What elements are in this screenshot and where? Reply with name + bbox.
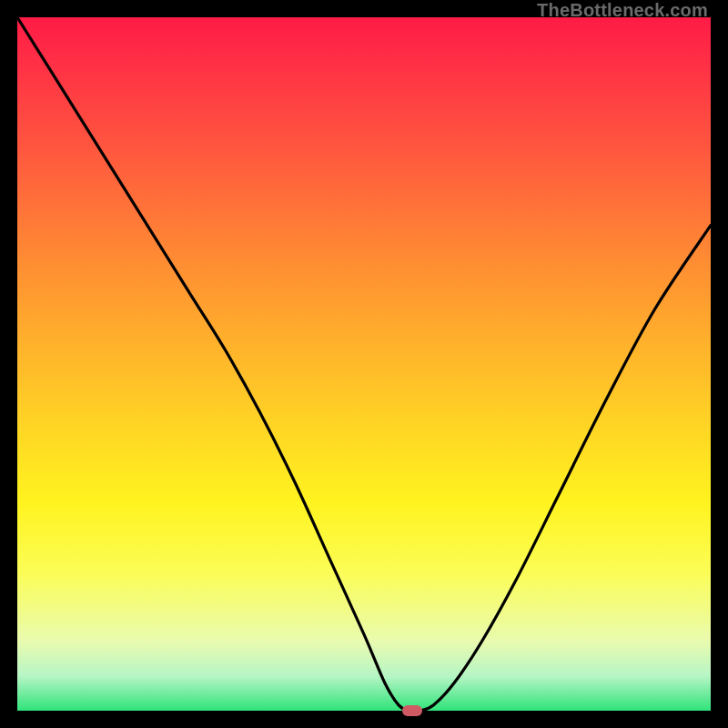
chart-stage: TheBottleneck.com: [0, 0, 728, 728]
bottleneck-curve: [17, 17, 711, 711]
plot-area: [17, 17, 711, 711]
bottleneck-marker: [402, 705, 422, 716]
